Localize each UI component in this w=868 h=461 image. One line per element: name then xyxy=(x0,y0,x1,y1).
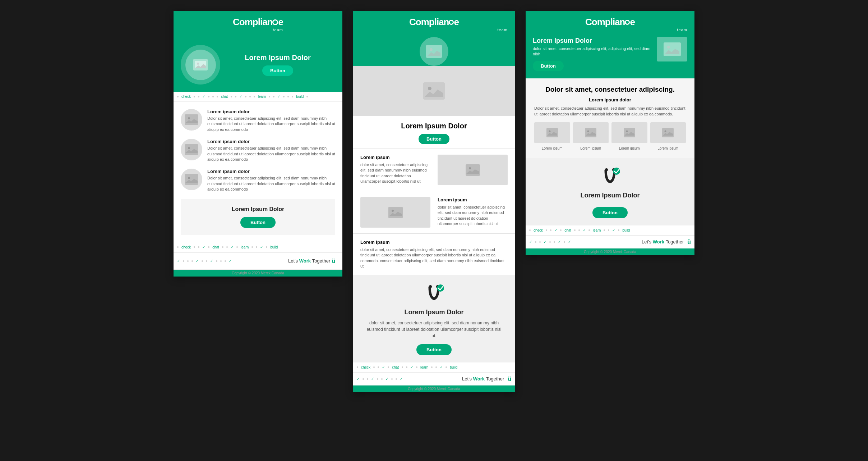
ticker-learn-c3: learn xyxy=(593,228,601,232)
list-body-2: Dolor sit amet, consectetuer adipiscing … xyxy=(207,146,335,162)
card2-logo-sub: team xyxy=(360,28,508,32)
check-icon: ✓ xyxy=(410,365,413,369)
card3-copyright: Copyright © 2020 Merck Canada xyxy=(526,248,694,255)
ticker-dot xyxy=(445,366,447,368)
ticker-dot xyxy=(578,229,580,231)
svg-rect-15 xyxy=(388,207,403,218)
svg-point-2 xyxy=(197,63,199,65)
card3-logo-sub: team xyxy=(533,28,687,32)
four-col-label-2: Lorem ipsum xyxy=(580,146,601,150)
ticker-check-b: check xyxy=(181,245,191,249)
ticker-dot xyxy=(198,246,199,248)
card3-hero-row: Lorem Ipsum Dolor dolor sit amet, consec… xyxy=(533,37,687,71)
check-icon: ✓ xyxy=(231,245,234,249)
four-col-img-2 xyxy=(573,122,609,143)
ticker-dot xyxy=(208,96,209,97)
check-icon: ✓ xyxy=(202,95,205,99)
four-col-img-icon-2 xyxy=(585,128,596,137)
ticker-dot xyxy=(226,246,228,248)
ticker-dot xyxy=(535,241,536,243)
card2-mascot-button[interactable]: Button xyxy=(416,344,452,355)
list-avatar-1 xyxy=(181,109,202,131)
ticker-dot xyxy=(283,96,285,97)
card2-section2: Lorem ipsum dolor sit amet, consectetuer… xyxy=(353,191,515,233)
ticker-dot xyxy=(206,260,207,262)
card2-section2-right: Lorem ipsum dolor sit amet, consectetuer… xyxy=(434,197,508,228)
ticker-dot xyxy=(554,241,555,243)
card2-logo: Compliane team xyxy=(360,17,508,32)
ticker-inner-c3b: check ✓ chat ✓ learn ✓ build xyxy=(529,228,691,232)
ticker-dot xyxy=(187,260,189,262)
card2-s2-image xyxy=(360,197,430,228)
ticker-dot xyxy=(236,246,238,248)
ticker-dot xyxy=(254,96,255,97)
card1-cta-title: Lorem Ipsum Dolor xyxy=(188,206,328,213)
card3-header: Compliane team Lorem Ipsum Dolor dolor s… xyxy=(526,11,694,78)
ticker-dot xyxy=(381,378,383,380)
card3-mascot-button[interactable]: Button xyxy=(592,207,628,218)
card3-hero-title: Lorem Ipsum Dolor xyxy=(533,37,652,45)
check-icon: ✓ xyxy=(544,240,546,244)
ticker-dot xyxy=(251,246,253,248)
svg-point-16 xyxy=(392,210,394,212)
footer-highlight-c2: Work xyxy=(473,376,486,382)
svg-point-25 xyxy=(587,130,589,132)
mascot-footer-icon: ü xyxy=(332,258,335,264)
ticker-build: build xyxy=(296,95,304,99)
card3-hero-subtitle: dolor sit amet, consectetuer adipiscing … xyxy=(533,46,652,57)
ticker-dot xyxy=(608,229,609,231)
list-item-3: Lorem ipsum dolor Dolor sit amet, consec… xyxy=(181,169,335,192)
card3-hero-image xyxy=(657,37,687,61)
card3-sub-heading: Lorem ipsum dolor xyxy=(534,97,686,102)
card3-hero-button[interactable]: Button xyxy=(533,61,564,71)
ticker-dot xyxy=(377,378,378,380)
four-col-label-3: Lorem ipsum xyxy=(619,146,640,150)
card2-hero-image xyxy=(426,45,442,58)
check-icon: ✓ xyxy=(385,377,388,381)
card3-logo: Compliane team xyxy=(533,17,687,32)
ticker-dot xyxy=(194,96,195,97)
card2-header-top: Compliane team xyxy=(353,11,515,66)
main-image-placeholder-icon xyxy=(423,82,445,100)
card3-big-title: Dolor sit amet, consectetuer adipiscing. xyxy=(534,86,686,93)
check-icon: ✓ xyxy=(382,365,385,369)
four-col-img-1 xyxy=(534,122,570,143)
card3-section-text: Dolor sit amet, consectetuer adipiscing … xyxy=(534,105,686,117)
list-avatar-2 xyxy=(181,139,202,160)
logo: Compliane team xyxy=(233,17,283,32)
check-icon: ✓ xyxy=(210,259,213,263)
card1-cta-box: Lorem Ipsum Dolor Button xyxy=(181,199,335,235)
svg-point-27 xyxy=(626,130,628,132)
ticker-inner-c3b2: ✓ ✓ ✓ ✓ Let's Work Together ü xyxy=(529,239,691,245)
card2-logo-text: Compliane xyxy=(360,17,508,28)
ticker-inner: check ✓ chat ✓ learn ✓ build xyxy=(177,95,339,99)
ticker-dot xyxy=(435,366,437,368)
card2-section3: Lorem ipsum dolor sit amet, consectetuer… xyxy=(353,234,515,275)
ticker-build-b: build xyxy=(270,245,278,249)
card1-cta-button[interactable]: Button xyxy=(240,217,276,228)
card2-section1: Lorem ipsum dolor sit amet, consectetuer… xyxy=(353,149,515,191)
ticker-dot xyxy=(549,241,551,243)
svg-rect-5 xyxy=(185,144,198,155)
ticker-dot xyxy=(198,96,199,97)
card1-ticker-top: check ✓ chat ✓ learn ✓ build xyxy=(174,92,342,102)
svg-rect-13 xyxy=(466,164,480,176)
card2-mascot-title: Lorem Ipsum Dolor xyxy=(360,309,508,316)
ticker-dot xyxy=(183,260,184,262)
list-image-icon-3 xyxy=(185,174,198,185)
card3-logo-text: Compliane xyxy=(533,17,687,28)
svg-rect-22 xyxy=(546,128,558,137)
ticker-learn-b: learn xyxy=(241,245,249,249)
four-col-label-4: Lorem ipsum xyxy=(657,146,678,150)
ticker-dot xyxy=(245,96,246,97)
hero-circle-inner xyxy=(185,50,216,80)
svg-point-14 xyxy=(469,167,471,169)
ticker-dot xyxy=(202,260,203,262)
ticker-dot xyxy=(367,378,368,380)
card1-hero-button[interactable]: Button xyxy=(262,65,293,76)
card1-ticker-bottom2: ✓ ✓ ✓ ✓ Let's Work Together ü xyxy=(174,252,342,270)
svg-point-4 xyxy=(188,117,190,119)
svg-point-29 xyxy=(665,130,666,132)
list-image-icon-1 xyxy=(185,114,198,125)
card2-main-button[interactable]: Button xyxy=(419,134,449,144)
